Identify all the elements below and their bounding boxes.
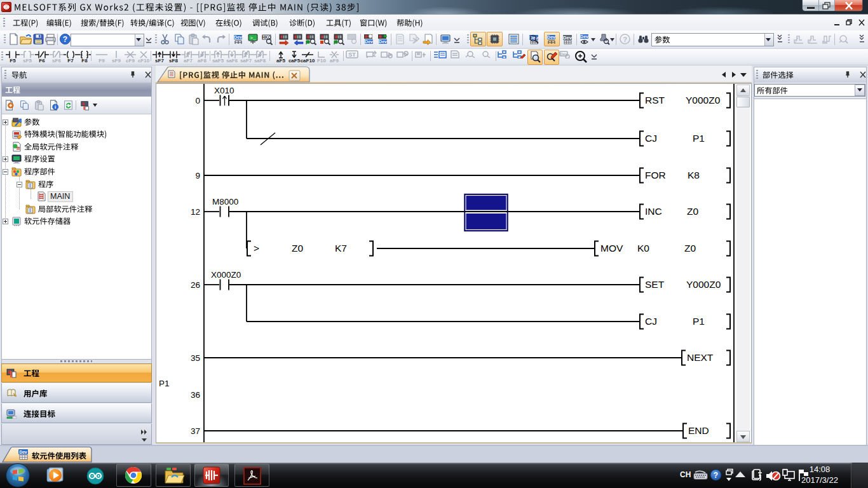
svg-text:i: i (55, 104, 56, 110)
svg-text:Dev: Dev (379, 39, 387, 44)
svg-text:NEXT: NEXT (687, 352, 714, 363)
svg-text:12: 12 (191, 207, 200, 217)
svg-text:36: 36 (191, 390, 200, 400)
svg-text:0: 0 (195, 96, 200, 105)
svg-text:Y000Z0: Y000Z0 (686, 279, 721, 290)
svg-text:26: 26 (191, 280, 200, 290)
svg-text:Dev: Dev (234, 35, 242, 39)
svg-text:37: 37 (191, 426, 200, 436)
svg-text:P1: P1 (159, 379, 170, 388)
svg-text:Dev: Dev (563, 35, 573, 41)
svg-text:END: END (688, 425, 709, 436)
svg-text:CJ: CJ (645, 133, 657, 144)
svg-text:P1: P1 (693, 316, 705, 327)
svg-text:INC: INC (645, 206, 662, 217)
svg-text:SET: SET (645, 279, 665, 290)
svg-text:35: 35 (191, 353, 200, 363)
svg-text:P1: P1 (693, 133, 705, 144)
svg-text:HKO: HKO (262, 35, 271, 39)
svg-text:Y000Z0: Y000Z0 (686, 95, 721, 105)
svg-text:?: ? (623, 36, 627, 43)
svg-text:Dev: Dev (20, 450, 27, 454)
svg-text:X010: X010 (214, 86, 234, 95)
svg-text:Dev: Dev (547, 35, 555, 39)
svg-text:9: 9 (195, 171, 200, 180)
svg-text:?: ? (63, 35, 67, 44)
svg-text:X000Z0: X000Z0 (211, 270, 241, 280)
svg-text:K8: K8 (688, 170, 700, 180)
svg-text:RST: RST (645, 95, 665, 105)
svg-text:K0: K0 (637, 243, 649, 254)
svg-text:Dev: Dev (580, 34, 588, 39)
svg-text:Z0: Z0 (292, 243, 303, 254)
svg-text:>: > (254, 243, 259, 254)
svg-text:M8000: M8000 (212, 197, 238, 207)
svg-text:CJ: CJ (645, 316, 657, 327)
svg-text:Dev: Dev (365, 39, 373, 44)
svg-text:FOR: FOR (645, 170, 666, 180)
svg-text:?: ? (714, 471, 718, 480)
svg-text:Z0: Z0 (687, 206, 698, 217)
svg-text:>_: >_ (250, 35, 256, 41)
svg-text:Z0: Z0 (684, 243, 696, 254)
svg-text:ST: ST (348, 51, 356, 58)
svg-text:MOV: MOV (600, 243, 623, 254)
svg-text:K7: K7 (335, 243, 347, 254)
